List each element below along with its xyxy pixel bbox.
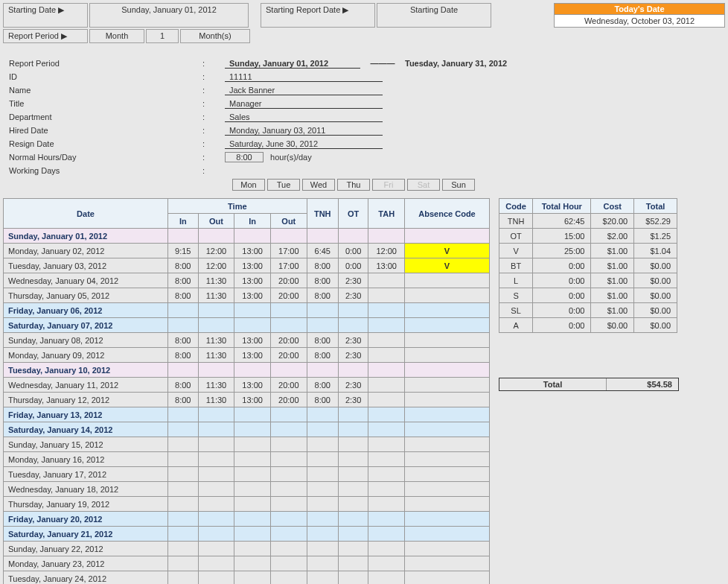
cell-out2[interactable]: 20:00 [270, 333, 307, 348]
cell-tnh[interactable] [307, 482, 338, 497]
cell-ot[interactable]: 2:30 [338, 288, 368, 303]
cell-ot[interactable] [338, 527, 368, 542]
cell-in1[interactable] [168, 363, 199, 378]
cell-tah[interactable] [368, 378, 405, 393]
cell-out2[interactable] [270, 482, 307, 497]
cell-in2[interactable]: 13:00 [234, 258, 271, 273]
day-box-sat[interactable]: Sat [407, 179, 440, 191]
cell-in2[interactable] [234, 437, 271, 452]
cell-in2[interactable] [234, 407, 271, 422]
cell-tah[interactable] [368, 333, 405, 348]
cell-ot[interactable]: 0:00 [338, 258, 368, 273]
timesheet-row[interactable]: Wednesday, January 04, 20128:0011:3013:0… [4, 273, 490, 288]
cell-in1[interactable] [168, 303, 199, 318]
cell-out2[interactable] [270, 229, 307, 244]
cell-in1[interactable]: 8:00 [168, 273, 199, 288]
cell-out1[interactable]: 11:30 [198, 288, 234, 303]
cell-in1[interactable]: 8:00 [168, 258, 199, 273]
cell-in1[interactable] [168, 512, 199, 527]
cell-tah[interactable] [368, 363, 405, 378]
cell-ot[interactable]: 2:30 [338, 348, 368, 363]
cell-out2[interactable] [270, 542, 307, 556]
cell-date[interactable]: Tuesday, January 10, 2012 [4, 363, 168, 378]
day-box-thu[interactable]: Thu [337, 179, 370, 191]
timesheet-row[interactable]: Monday, January 23, 2012 [4, 556, 490, 571]
cell-out2[interactable] [270, 422, 307, 437]
cell-out1[interactable]: 11:30 [198, 378, 234, 393]
timesheet-row[interactable]: Saturday, January 14, 2012 [4, 422, 490, 437]
cell-date[interactable]: Sunday, January 01, 2012 [4, 229, 168, 244]
cell-date[interactable]: Thursday, January 12, 2012 [4, 393, 168, 407]
cell-tah[interactable] [368, 467, 405, 482]
cell-in1[interactable] [168, 497, 199, 512]
cell-tnh[interactable] [307, 527, 338, 542]
cell-out1[interactable] [198, 363, 234, 378]
cell-out1[interactable] [198, 542, 234, 556]
cell-abs[interactable] [405, 452, 490, 467]
cell-in1[interactable]: 8:00 [168, 378, 199, 393]
day-box-tue[interactable]: Tue [267, 179, 300, 191]
cell-out1[interactable]: 11:30 [198, 333, 234, 348]
cell-out1[interactable] [198, 467, 234, 482]
timesheet-row[interactable]: Friday, January 06, 2012 [4, 303, 490, 318]
name-value[interactable]: Jack Banner [225, 86, 383, 95]
cell-tnh[interactable] [307, 497, 338, 512]
timesheet-row[interactable]: Thursday, January 19, 2012 [4, 497, 490, 512]
cell-out2[interactable]: 20:00 [270, 393, 307, 407]
day-box-wed[interactable]: Wed [302, 179, 335, 191]
cell-in2[interactable] [234, 303, 271, 318]
cell-out1[interactable] [198, 556, 234, 571]
cell-tnh[interactable]: 8:00 [307, 348, 338, 363]
report-period-label[interactable]: Report Period ▶ [3, 29, 88, 43]
cell-abs[interactable] [405, 437, 490, 452]
cell-date[interactable]: Sunday, January 08, 2012 [4, 333, 168, 348]
timesheet-row[interactable]: Thursday, January 05, 20128:0011:3013:00… [4, 288, 490, 303]
cell-ot[interactable] [338, 467, 368, 482]
cell-tnh[interactable] [307, 542, 338, 556]
day-box-fri[interactable]: Fri [372, 179, 405, 191]
cell-date[interactable]: Thursday, January 19, 2012 [4, 497, 168, 512]
cell-tah[interactable] [368, 571, 405, 585]
cell-in1[interactable] [168, 318, 199, 333]
timesheet-row[interactable]: Wednesday, January 11, 20128:0011:3013:0… [4, 378, 490, 393]
cell-out2[interactable]: 20:00 [270, 288, 307, 303]
timesheet-row[interactable]: Friday, January 13, 2012 [4, 407, 490, 422]
cell-abs[interactable] [405, 407, 490, 422]
title-value[interactable]: Manager [225, 99, 383, 109]
report-period-unit[interactable]: Month [89, 29, 144, 43]
cell-ot[interactable]: 0:00 [338, 244, 368, 258]
cell-out1[interactable]: 12:00 [198, 244, 234, 258]
cell-abs[interactable] [405, 527, 490, 542]
cell-out1[interactable] [198, 512, 234, 527]
cell-abs[interactable] [405, 571, 490, 585]
cell-in2[interactable]: 13:00 [234, 393, 271, 407]
starting-report-label[interactable]: Starting Report Date ▶ [261, 3, 375, 28]
cell-in2[interactable] [234, 571, 271, 585]
timesheet-row[interactable]: Tuesday, January 03, 20128:0012:0013:001… [4, 258, 490, 273]
cell-out1[interactable]: 12:00 [198, 258, 234, 273]
cell-in2[interactable] [234, 482, 271, 497]
cell-tah[interactable] [368, 303, 405, 318]
day-box-mon[interactable]: Mon [232, 179, 265, 191]
cell-tah[interactable] [368, 318, 405, 333]
timesheet-row[interactable]: Wednesday, January 18, 2012 [4, 482, 490, 497]
hired-value[interactable]: Monday, January 03, 2011 [225, 126, 383, 136]
cell-out2[interactable] [270, 437, 307, 452]
cell-in2[interactable]: 13:00 [234, 288, 271, 303]
cell-out2[interactable] [270, 571, 307, 585]
cell-tah[interactable] [368, 288, 405, 303]
cell-tah[interactable] [368, 229, 405, 244]
cell-date[interactable]: Sunday, January 15, 2012 [4, 437, 168, 452]
cell-tnh[interactable]: 8:00 [307, 393, 338, 407]
cell-abs[interactable] [405, 497, 490, 512]
cell-tah[interactable] [368, 452, 405, 467]
cell-tnh[interactable] [307, 303, 338, 318]
cell-date[interactable]: Monday, January 02, 2012 [4, 244, 168, 258]
cell-abs[interactable] [405, 348, 490, 363]
timesheet-row[interactable]: Thursday, January 12, 20128:0011:3013:00… [4, 393, 490, 407]
cell-date[interactable]: Saturday, January 14, 2012 [4, 422, 168, 437]
cell-abs[interactable] [405, 378, 490, 393]
cell-out2[interactable] [270, 512, 307, 527]
cell-in2[interactable] [234, 318, 271, 333]
cell-tnh[interactable] [307, 512, 338, 527]
